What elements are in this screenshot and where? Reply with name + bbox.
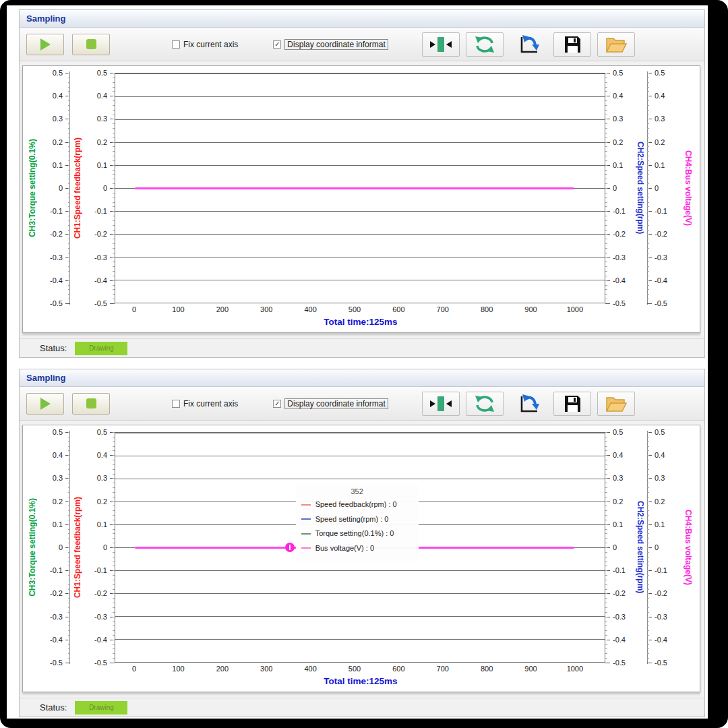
- sampling-panel-1: Sampling Fix current axis ✓ Display coor…: [19, 9, 705, 358]
- checkbox-icon[interactable]: ✓: [273, 400, 281, 408]
- x-tick-label: 1000: [567, 305, 583, 313]
- panel-title: Sampling: [26, 13, 66, 24]
- x-tick-label: 500: [348, 305, 361, 313]
- series-dash-icon: [301, 518, 311, 520]
- x-tick-label: 0: [132, 665, 136, 673]
- ch1-axis-scale: 0.50.40.30.20.10-0.1-0.2-0.3-0.4-0.5: [85, 73, 115, 303]
- data-area: 352 Speed feedback(rpm) : 0Speed setting…: [135, 433, 574, 662]
- status-label: Status:: [40, 343, 67, 353]
- status-value: Drawing: [89, 344, 114, 352]
- fix-axis-checkbox[interactable]: Fix current axis: [172, 40, 238, 49]
- x-tick-label: 1000: [567, 665, 583, 673]
- display-coord-checkbox[interactable]: ✓ Display coordinate informat: [273, 39, 388, 50]
- chart-plot[interactable]: [115, 73, 605, 303]
- icon-toolbar: [422, 32, 635, 57]
- x-tick-label: 900: [524, 665, 537, 673]
- x-tick-label: 700: [437, 305, 449, 313]
- refresh-icon: [474, 35, 495, 54]
- x-tick-label: 700: [437, 665, 449, 673]
- x-tick-label: 200: [216, 665, 229, 673]
- status-label: Status:: [40, 702, 67, 712]
- play-button[interactable]: [26, 34, 64, 55]
- ch2-axis-scale: 0.50.40.30.20.10-0.1-0.2-0.3-0.4-0.5: [605, 73, 634, 303]
- x-axis-ticks: 01002003004005006007008009001000: [115, 663, 605, 674]
- open-folder-icon: [605, 394, 628, 413]
- reset-axes-icon: [517, 34, 540, 55]
- tooltip-row: Speed feedback(rpm) : 0: [301, 497, 413, 512]
- checkbox-icon[interactable]: ✓: [273, 40, 281, 49]
- status-bar: Status: Drawing: [20, 338, 704, 357]
- icon-toolbar: [422, 392, 635, 416]
- checkbox-icon[interactable]: [172, 400, 180, 408]
- save-icon: [562, 34, 582, 55]
- open-folder-icon: [605, 35, 628, 54]
- ch4-axis-scale: 0.50.40.30.20.10-0.1-0.2-0.3-0.4-0.5: [647, 432, 681, 663]
- reset-axes-icon: [517, 393, 540, 415]
- toolbar: Fix current axis ✓ Display coordinate in…: [20, 387, 704, 421]
- x-tick-label: 900: [524, 305, 537, 313]
- ch1-axis-scale: 0.50.40.30.20.10-0.1-0.2-0.3-0.4-0.5: [85, 432, 115, 663]
- cursor-x-value: 352: [301, 487, 413, 495]
- open-file-button[interactable]: [597, 392, 635, 416]
- cursor-dot[interactable]: [285, 543, 295, 552]
- ch1-axis-title: CH1:Speed feedback(rpm): [70, 432, 85, 663]
- save-button[interactable]: [553, 32, 591, 57]
- cursor-marker-button[interactable]: [422, 32, 460, 57]
- play-button[interactable]: [26, 393, 64, 415]
- cursor-marker-button[interactable]: [422, 392, 460, 416]
- x-tick-label: 600: [392, 305, 404, 313]
- x-tick-label: 400: [304, 305, 316, 313]
- stop-button[interactable]: [72, 393, 110, 415]
- series-dash-icon: [301, 547, 311, 549]
- chart-row: CH3:Torque setting(0.1%) 0.50.40.30.20.1…: [26, 432, 696, 663]
- display-coord-label: Display coordinate informat: [284, 39, 388, 50]
- series-dash-icon: [301, 533, 311, 535]
- fix-axis-checkbox[interactable]: Fix current axis: [172, 399, 238, 408]
- display-coord-label: Display coordinate informat: [284, 398, 388, 409]
- screenshot-frame: Sampling Fix current axis ✓ Display coor…: [0, 0, 728, 728]
- status-value: Drawing: [89, 704, 114, 711]
- play-icon: [40, 398, 51, 410]
- toolbar: Fix current axis ✓ Display coordinate in…: [20, 28, 704, 61]
- ch4-axis-title: CH4:Bus voltage(V): [681, 432, 696, 663]
- checkbox-icon[interactable]: [172, 40, 180, 49]
- cursor-legend: Speed feedback(rpm) : 0Speed setting(rpm…: [301, 497, 413, 555]
- panel-titlebar: Sampling: [20, 10, 704, 28]
- status-progress: Drawing: [75, 701, 127, 715]
- display-coord-checkbox[interactable]: ✓ Display coordinate informat: [273, 398, 388, 409]
- tooltip-row: Speed setting(rpm) : 0: [301, 512, 413, 526]
- data-area: [135, 73, 574, 303]
- x-tick-label: 300: [260, 665, 272, 673]
- sampling-panel-2: Sampling Fix current axis ✓ Display coor…: [19, 369, 705, 717]
- reset-axes-button[interactable]: [510, 392, 547, 416]
- x-axis-ticks: 01002003004005006007008009001000: [115, 303, 605, 315]
- cursor-tooltip: 352 Speed feedback(rpm) : 0Speed setting…: [296, 485, 419, 561]
- total-time-label: Total time:125ms: [26, 674, 696, 689]
- stop-button[interactable]: [72, 34, 110, 55]
- x-tick-label: 800: [481, 305, 493, 313]
- panel-titlebar: Sampling: [20, 369, 704, 387]
- reset-axes-button[interactable]: [510, 32, 547, 57]
- open-file-button[interactable]: [597, 32, 635, 57]
- panel-title: Sampling: [26, 373, 66, 383]
- ch2-axis-title: CH2:Speed setting(rpm): [634, 73, 647, 303]
- cursor-marker-icon: [430, 396, 452, 411]
- ch2-axis-title: CH2:Speed setting(rpm): [634, 432, 647, 663]
- refresh-icon: [474, 394, 495, 413]
- x-tick-label: 0: [132, 305, 136, 313]
- chart-plot[interactable]: 352 Speed feedback(rpm) : 0Speed setting…: [115, 432, 605, 663]
- ch3-axis-scale: 0.50.40.30.20.10-0.1-0.2-0.3-0.4-0.5: [39, 432, 70, 663]
- ch3-axis-title: CH3:Torque setting(0.1%): [26, 73, 39, 303]
- x-tick-label: 300: [260, 305, 272, 313]
- tooltip-row-text: Torque setting(0.1%) : 0: [315, 526, 394, 541]
- play-icon: [40, 38, 51, 51]
- series-line-bus-voltage: [135, 187, 574, 189]
- ch1-axis-title: CH1:Speed feedback(rpm): [70, 73, 85, 303]
- x-tick-label: 100: [172, 305, 184, 313]
- chart-container: CH3:Torque setting(0.1%) 0.50.40.30.20.1…: [22, 65, 700, 333]
- save-button[interactable]: [553, 392, 591, 416]
- refresh-button[interactable]: [466, 392, 504, 416]
- chart-row: CH3:Torque setting(0.1%) 0.50.40.30.20.1…: [26, 73, 696, 303]
- x-tick-label: 400: [304, 665, 316, 673]
- refresh-button[interactable]: [466, 32, 504, 57]
